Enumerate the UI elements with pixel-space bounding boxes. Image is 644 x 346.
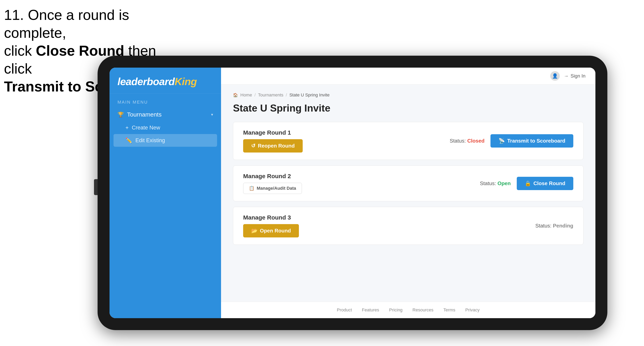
round-3-left: Manage Round 3 📂 Open Round [243,214,299,237]
breadcrumb-sep-1: / [254,92,256,98]
logo-king: King [175,76,197,87]
home-icon: 🏠 [233,93,238,97]
transmit-icon: 📡 [498,138,505,144]
manage-audit-label: Manage/Audit Data [257,186,296,191]
round-1-title: Manage Round 1 [243,129,303,136]
reopen-round-label: Reopen Round [258,143,295,149]
tablet-screen: leaderboardKing MAIN MENU 🏆 Tournaments … [110,68,596,318]
page-body: 🏠 Home / Tournaments / State U Spring In… [221,85,596,302]
chevron-down-icon: ▾ [211,112,213,117]
footer: Product Features Pricing Resources Terms… [221,302,596,318]
tablet-shell: leaderboardKing MAIN MENU 🏆 Tournaments … [98,56,607,330]
signin-arrow-icon: → [564,73,568,79]
breadcrumb: 🏠 Home / Tournaments / State U Spring In… [233,92,584,98]
round-3-status-value: Pending [553,223,573,229]
signin-label: Sign In [570,73,586,79]
manage-audit-button[interactable]: 📋 Manage/Audit Data [243,183,302,194]
round-2-title: Manage Round 2 [243,173,302,179]
transmit-scoreboard-label: Transmit to Scoreboard [507,138,565,144]
round-1-left: Manage Round 1 ↺ Reopen Round [243,129,303,153]
footer-terms[interactable]: Terms [444,307,456,313]
transmit-scoreboard-button[interactable]: 📡 Transmit to Scoreboard [490,134,573,148]
round-1-section: Manage Round 1 ↺ Reopen Round Status: Cl… [233,122,584,160]
close-round-label: Close Round [534,180,565,186]
sidebar-item-create-new[interactable]: + Create New [110,122,221,134]
reopen-round-button[interactable]: ↺ Reopen Round [243,139,303,153]
sidebar-section-label: MAIN MENU [110,94,221,108]
plus-icon: + [126,125,129,131]
footer-product[interactable]: Product [337,307,352,313]
footer-features[interactable]: Features [362,307,379,313]
create-new-label: Create New [132,125,160,131]
round-3-title: Manage Round 3 [243,214,299,221]
breadcrumb-home[interactable]: Home [240,92,252,98]
reopen-icon: ↺ [251,143,256,149]
avatar: 👤 [550,71,560,81]
round-1-status: Status: Closed [450,138,484,144]
topbar: 👤 → Sign In [221,68,596,85]
sidebar: leaderboardKing MAIN MENU 🏆 Tournaments … [110,68,221,318]
logo-leaderboard: leaderboard [118,76,175,87]
round-2-left: Manage Round 2 📋 Manage/Audit Data [243,173,302,194]
round-1-status-value: Closed [467,138,484,144]
edit-icon: ✏️ [126,137,132,144]
manage-icon: 📋 [249,186,254,191]
sidebar-tournaments-label: Tournaments [127,111,162,118]
footer-privacy[interactable]: Privacy [465,307,480,313]
round-3-right: Status: Pending [535,223,573,229]
edit-existing-label: Edit Existing [136,137,165,144]
trophy-icon: 🏆 [118,112,124,118]
round-1-right: Status: Closed 📡 Transmit to Scoreboard [450,134,573,148]
signin-button[interactable]: → Sign In [564,73,586,79]
lock-icon: 🔒 [525,180,531,186]
breadcrumb-sep-2: / [286,92,287,98]
round-2-right: Status: Open 🔒 Close Round [480,177,573,190]
folder-icon: 📂 [251,228,258,234]
sidebar-item-tournaments[interactable]: 🏆 Tournaments ▾ [110,108,221,122]
sidebar-item-edit-existing[interactable]: ✏️ Edit Existing [114,134,217,147]
round-3-status: Status: Pending [535,223,573,229]
footer-pricing[interactable]: Pricing [389,307,402,313]
round-2-section: Manage Round 2 📋 Manage/Audit Data Statu… [233,166,584,201]
round-2-status: Status: Open [480,180,511,186]
main-content: 👤 → Sign In 🏠 Home / Tournaments / [221,68,596,318]
round-2-status-value: Open [498,180,510,186]
breadcrumb-tournaments[interactable]: Tournaments [258,92,283,98]
sidebar-logo: leaderboardKing [110,68,221,94]
open-round-button[interactable]: 📂 Open Round [243,224,299,237]
footer-resources[interactable]: Resources [412,307,433,313]
breadcrumb-current: State U Spring Invite [289,92,330,98]
open-round-label: Open Round [260,228,291,234]
round-3-section: Manage Round 3 📂 Open Round Status: Pend… [233,207,584,245]
page-title: State U Spring Invite [233,102,584,114]
close-round-button[interactable]: 🔒 Close Round [517,177,573,190]
